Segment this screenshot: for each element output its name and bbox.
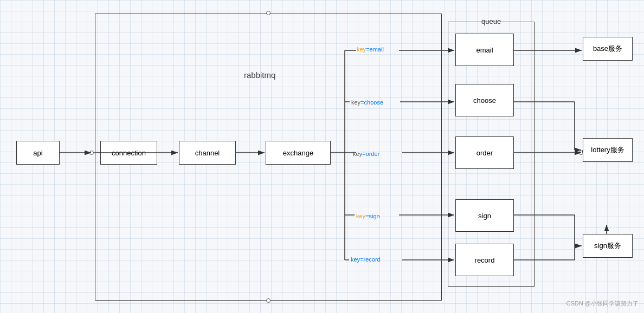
node-exchange: exchange — [266, 141, 331, 165]
node-choose-label: choose — [473, 96, 496, 105]
key-sign-label: key=sign — [356, 213, 380, 219]
node-choose-queue: choose — [455, 84, 514, 116]
node-channel: channel — [179, 141, 236, 165]
key-email-label: key=email — [357, 46, 384, 53]
connector-order-lottery — [579, 151, 583, 155]
node-channel-label: channel — [195, 149, 220, 157]
node-sign-service: sign服务 — [583, 234, 633, 258]
key-choose-label: key=choose — [351, 99, 383, 106]
node-connection-label: connection — [112, 149, 146, 157]
node-order-queue: order — [455, 136, 514, 169]
connector-api-connection — [89, 151, 94, 155]
queue-label: queue — [481, 17, 501, 25]
node-email-label: email — [476, 46, 493, 54]
node-sign-label: sign — [478, 212, 491, 220]
node-sign-queue: sign — [455, 199, 514, 232]
top-connector-dot — [266, 11, 271, 15]
node-base-service-label: base服务 — [593, 44, 622, 54]
node-record-queue: record — [455, 244, 514, 276]
bottom-connector-dot — [266, 298, 271, 303]
node-connection: connection — [100, 141, 157, 165]
node-api: api — [16, 141, 60, 165]
node-email-queue: email — [455, 34, 514, 66]
node-lottery-service-label: lottery服务 — [591, 145, 624, 155]
node-record-label: record — [475, 256, 495, 264]
node-order-label: order — [476, 149, 493, 157]
node-base-service: base服务 — [583, 37, 633, 61]
node-exchange-label: exchange — [283, 149, 313, 157]
diagram-canvas: rabbitmq queue api connection channel ex… — [0, 0, 644, 313]
rabbitmq-label: rabbitmq — [244, 70, 275, 80]
node-sign-service-label: sign服务 — [594, 241, 621, 251]
node-api-label: api — [33, 149, 42, 157]
key-record-label: key=record — [351, 256, 381, 263]
key-order-label: key=order — [353, 151, 379, 157]
node-lottery-service: lottery服务 — [583, 138, 633, 162]
watermark: CSDN @小张同学该努力了 — [566, 299, 639, 308]
